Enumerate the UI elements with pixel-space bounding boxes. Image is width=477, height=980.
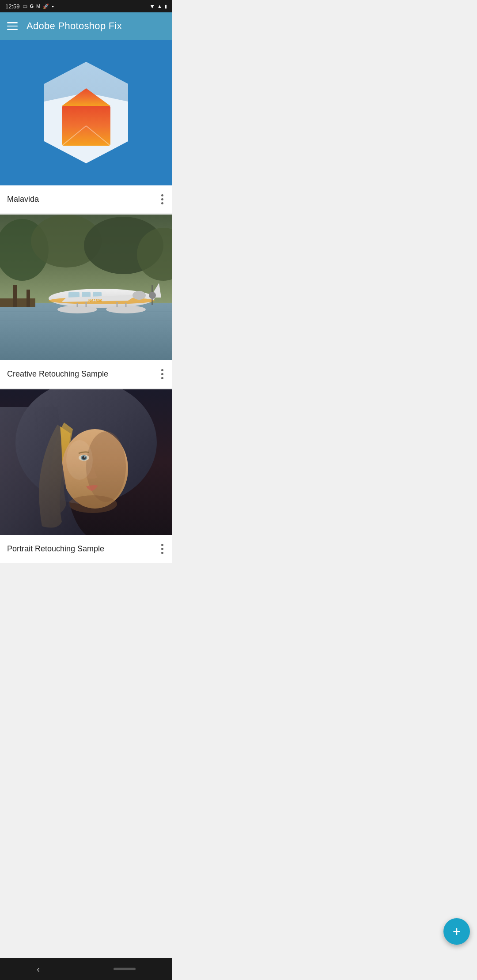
status-left: 12:59 ▭ G M 🚀 ● [5,3,54,10]
malavida-more-button[interactable] [159,192,165,206]
sim-card-icon: ▭ [23,3,27,9]
creative-retouching-card-title: Creative Retouching Sample [7,369,108,379]
malavida-logo-svg [38,57,135,168]
time-display: 12:59 [5,3,20,10]
svg-point-49 [66,440,93,480]
portrait-retouching-card-footer: Portrait Retouching Sample [0,535,172,563]
svg-point-48 [68,495,117,513]
malavida-card-footer: Malavida [0,185,172,213]
wifi-icon: ▼ [149,3,155,10]
svg-rect-15 [13,285,17,307]
creative-retouching-card-footer: Creative Retouching Sample [0,360,172,388]
portrait-retouching-card-title: Portrait Retouching Sample [7,544,104,554]
toolbar: Adobe Photoshop Fix [0,12,172,40]
portrait-retouching-more-button[interactable] [159,542,165,556]
g-icon: G [30,4,34,9]
app-title: Adobe Photoshop Fix [26,20,122,32]
svg-point-34 [149,292,156,299]
portrait-card-image[interactable] [0,389,172,535]
project-card-malavida: Malavida [0,40,172,213]
rocket-icon: 🚀 [43,4,49,9]
malavida-card-title: Malavida [7,195,39,204]
svg-text:N62800: N62800 [88,298,102,303]
gmail-icon: M [36,4,40,9]
hamburger-menu-button[interactable] [7,22,18,30]
project-list: Malavida [0,40,172,563]
svg-point-33 [132,291,146,300]
signal-icon: ▲ [157,4,162,9]
seaplane-card-image[interactable]: N62800 [0,215,172,360]
status-right: ▼ ▲ ▮ [149,3,167,10]
project-card-creative-retouching: N62800 Creative Retouching Sample [0,215,172,388]
portrait-scene-svg [0,389,172,535]
svg-rect-16 [26,290,30,307]
notification-dot-icon: ● [52,4,54,8]
creative-retouching-more-button[interactable] [159,367,165,381]
seaplane-scene-svg: N62800 [0,215,172,360]
malavida-card-image[interactable] [0,40,172,185]
status-bar: 12:59 ▭ G M 🚀 ● ▼ ▲ ▮ [0,0,172,12]
project-card-portrait-retouching: Portrait Retouching Sample [0,389,172,563]
battery-icon: ▮ [164,4,167,9]
